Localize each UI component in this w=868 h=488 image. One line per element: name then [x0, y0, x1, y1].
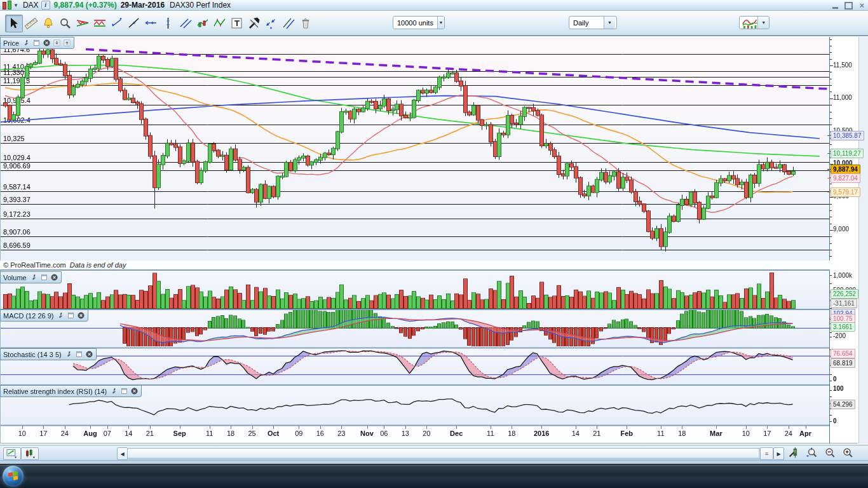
display-mode-icon: [6, 449, 18, 459]
quote-value: 9,887.94 (+0.37%): [50, 1, 121, 10]
price-panel-header[interactable]: Price: [0, 37, 74, 49]
tool-trendline-icon[interactable]: [125, 15, 143, 32]
scroll-left-button[interactable]: ◀: [117, 447, 128, 460]
panel-close-icon[interactable]: [130, 387, 139, 395]
info-icon[interactable]: i: [41, 1, 50, 10]
close-icon[interactable]: ×: [859, 1, 864, 10]
panel-arrow-up-icon[interactable]: [63, 39, 71, 47]
restore-icon[interactable]: [844, 2, 853, 10]
display-mode-button[interactable]: [3, 447, 21, 460]
chart-type-dropdown-arrow[interactable]: ▼: [757, 17, 769, 29]
timeframe-dropdown-arrow[interactable]: ▼: [604, 17, 615, 29]
horizontal-scrollbar-track[interactable]: [127, 448, 761, 459]
window-titlebar: ▼ DAX i 9,887.94 (+0.37%) 29-Mar-2016 DA…: [0, 0, 868, 11]
tool-trash-icon[interactable]: [297, 15, 315, 32]
panel-window-icon[interactable]: [32, 39, 41, 47]
panel-wrench-icon[interactable]: [30, 273, 38, 281]
panel-close-icon[interactable]: [43, 39, 51, 47]
panel-wrench-icon[interactable]: [57, 311, 65, 320]
tool-segment-icon[interactable]: [108, 15, 126, 32]
panel-window-icon[interactable]: [40, 273, 48, 281]
macd-panel-header[interactable]: MACD (12 26 9): [0, 309, 88, 322]
scroll-right-button[interactable]: ▶: [773, 447, 784, 460]
chart-type-icon: [742, 17, 757, 29]
tool-tools-icon[interactable]: [245, 15, 263, 32]
timeframe-dropdown-value: Daily: [569, 19, 604, 27]
instrument-description: DAX30 Perf Index: [170, 1, 231, 10]
panel-window-icon[interactable]: [120, 387, 128, 395]
zoom-out-icon[interactable]: [822, 447, 837, 459]
start-button[interactable]: [3, 466, 24, 487]
vertical-scrollbar[interactable]: [858, 37, 868, 444]
tool-vertical-line-icon[interactable]: [159, 15, 177, 32]
units-dropdown-value: 10000 units: [393, 19, 437, 27]
quote-date: 29-Mar-2016: [121, 1, 170, 10]
volume-panel-title: Volume: [3, 274, 28, 281]
tool-parallel-lines-icon[interactable]: [177, 15, 194, 32]
macd-panel-title: MACD (12 26 9): [3, 312, 55, 320]
instrument-dropdown-arrow[interactable]: ▼: [11, 3, 20, 8]
tool-pattern-triangle-icon[interactable]: [74, 15, 92, 32]
chart-type-button[interactable]: ▼: [739, 16, 770, 29]
instrument-candle-icon[interactable]: [3, 1, 11, 10]
panel-wrench-icon[interactable]: [110, 387, 118, 395]
tool-magnifier-icon[interactable]: [57, 15, 74, 32]
panel-arrow-down-icon[interactable]: [53, 39, 61, 47]
copyright-site: © ProRealTime.com: [3, 261, 66, 269]
chart-area: Price Volume MACD (12 26 9) Stochastic (…: [0, 37, 868, 444]
chart-statusbar: ◀ ≡ ▶: [0, 445, 868, 460]
rsi-panel-title: Relative strength index (RSI) (14): [3, 388, 108, 395]
units-dropdown[interactable]: 10000 units ▼: [393, 16, 445, 29]
data-note: Data is end of day: [70, 261, 126, 269]
copyright-note: © ProRealTime.com Data is end of day: [0, 261, 830, 271]
windows-logo-icon: [8, 471, 18, 482]
chart-canvas[interactable]: [0, 37, 858, 444]
tool-alarm-bell-icon[interactable]: [39, 15, 57, 32]
tool-pointer-icon[interactable]: [5, 15, 23, 32]
tool-points-icon[interactable]: [262, 15, 280, 32]
panel-window-icon[interactable]: [67, 311, 75, 320]
tool-ruler-icon[interactable]: [22, 15, 40, 32]
tool-oblique-parallel-icon[interactable]: [280, 15, 297, 32]
price-panel-title: Price: [3, 39, 20, 47]
panel-window-icon[interactable]: [75, 350, 83, 358]
panel-close-icon[interactable]: [85, 350, 93, 358]
instrument-name: DAX: [20, 1, 41, 10]
chart-style-button[interactable]: [21, 447, 39, 460]
stochastic-panel-title: Stochastic (14 3 5): [3, 351, 63, 358]
chart-style-icon: [24, 449, 36, 459]
units-dropdown-arrow[interactable]: ▼: [437, 17, 444, 29]
panel-wrench-icon[interactable]: [65, 350, 73, 358]
panel-close-icon[interactable]: [77, 311, 85, 320]
rsi-panel-header[interactable]: Relative strength index (RSI) (14): [0, 385, 142, 397]
chart-settings-icon[interactable]: [787, 447, 802, 459]
tool-horizontal-line-icon[interactable]: [142, 15, 160, 32]
minimize-icon[interactable]: [832, 7, 838, 9]
zoom-drag-icon[interactable]: [804, 447, 820, 459]
tool-zigzag-icon[interactable]: [211, 15, 229, 32]
horizontal-scrollbar-thumb[interactable]: [128, 449, 759, 458]
scrollbar-menu-button[interactable]: ≡: [760, 447, 773, 460]
tool-pattern-channel-icon[interactable]: [91, 15, 109, 32]
tool-annotate-chart-icon[interactable]: [194, 15, 212, 32]
timeframe-dropdown[interactable]: Daily ▼: [569, 16, 617, 29]
screen: ▼ DAX i 9,887.94 (+0.37%) 29-Mar-2016 DA…: [0, 0, 868, 488]
volume-panel-header[interactable]: Volume: [0, 271, 62, 283]
zoom-in-icon[interactable]: [840, 447, 855, 459]
panel-close-icon[interactable]: [50, 273, 58, 281]
taskbar: M PT ▲: [0, 464, 868, 488]
drawing-toolbar: 10000 units ▼ Daily ▼ ▼: [0, 11, 868, 36]
stochastic-panel-header[interactable]: Stochastic (14 3 5): [0, 348, 97, 360]
panel-wrench-icon[interactable]: [22, 39, 31, 47]
tool-text-icon[interactable]: [228, 15, 246, 32]
